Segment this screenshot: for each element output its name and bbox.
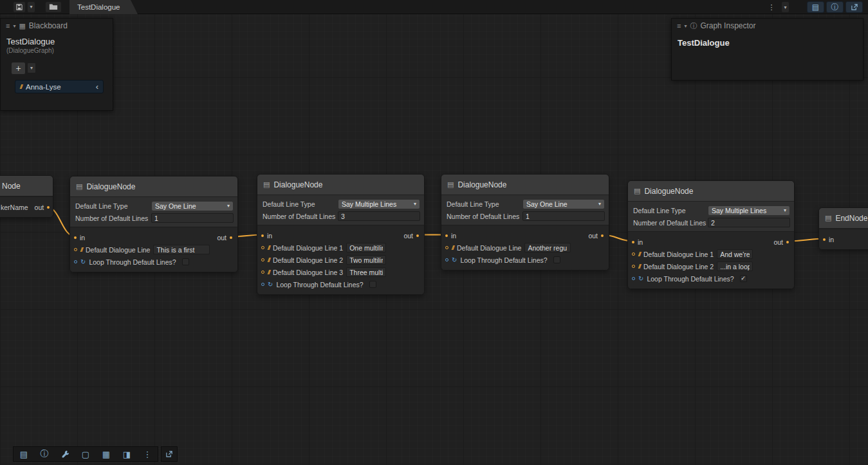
collapse-triangle-icon[interactable]: ▾	[13, 23, 15, 29]
loop-port[interactable]	[261, 283, 264, 286]
line-port[interactable]	[261, 258, 264, 261]
node-title-label: Node	[2, 182, 21, 191]
loop-row: ↻ Loop Through Default Lines? ✓	[628, 272, 794, 285]
hamburger-icon[interactable]: ≡	[677, 22, 681, 30]
more-dropdown-button[interactable]: ▾	[781, 1, 790, 13]
loop-checkbox-checked[interactable]: ✓	[740, 275, 747, 282]
hamburger-icon[interactable]: ≡	[6, 22, 10, 30]
node-title[interactable]: ▤ DialogueNode	[441, 175, 609, 195]
graph-tab-title: TestDialogue	[77, 3, 120, 11]
field-row: Number of Default Lines	[441, 210, 609, 222]
line-label: Default Dialogue Line 1	[643, 251, 714, 258]
open-asset-button[interactable]	[45, 1, 62, 13]
num-lines-input[interactable]	[151, 213, 234, 223]
save-button[interactable]	[13, 1, 26, 13]
chevron-down-icon: ▾	[227, 203, 230, 209]
toggle-blackboard-button[interactable]: ▤	[807, 1, 824, 13]
line-row: // Default Dialogue Line 2	[257, 254, 424, 266]
line-input[interactable]	[346, 267, 386, 277]
node-title[interactable]: ▤ DialogueNode	[628, 181, 794, 202]
line-type-dropdown[interactable]: Say Multiple Lines ▾	[708, 205, 790, 216]
num-lines-input[interactable]	[522, 211, 605, 221]
window-tool-button[interactable]: ▢	[75, 447, 96, 461]
line-label: Default Dialogue Line 3	[273, 269, 343, 276]
loop-row: ↻ Loop Through Default Lines?	[257, 278, 424, 290]
node-title[interactable]: Node	[0, 176, 53, 196]
line-type-dropdown[interactable]: Say One Line ▾	[151, 201, 234, 211]
dialogue-node-4[interactable]: ▤ DialogueNode Default Line Type Say Mul…	[627, 180, 795, 289]
in-port[interactable]	[445, 234, 448, 237]
more-button[interactable]: ⋮	[765, 1, 778, 13]
node-title[interactable]: ▤ EndNode	[819, 208, 868, 229]
line-input[interactable]	[346, 255, 386, 265]
line-port[interactable]	[632, 265, 635, 268]
line-port[interactable]	[261, 270, 264, 274]
line-type-dropdown[interactable]: Say Multiple Lines ▾	[338, 199, 420, 209]
loop-port[interactable]	[74, 260, 77, 263]
more-tools-button[interactable]: ⋮	[137, 447, 158, 461]
dialogue-node-1[interactable]: ▤ DialogueNode Default Line Type Say One…	[69, 176, 238, 272]
save-dropdown-button[interactable]: ▾	[27, 1, 35, 13]
loop-checkbox[interactable]	[369, 281, 376, 288]
line-port[interactable]	[261, 246, 264, 249]
blackboard-header[interactable]: ≡ ▾ ▦ Blackboard	[1, 19, 113, 33]
graph-inspector-header[interactable]: ≡ ▾ ⓘ Graph Inspector	[672, 19, 863, 33]
dialogue-node-icon: ▤	[76, 182, 82, 191]
line-input[interactable]	[524, 243, 571, 252]
loop-port[interactable]	[445, 258, 448, 261]
quote-icon: //	[638, 263, 640, 270]
dialogue-node-3[interactable]: ▤ DialogueNode Default Line Type Say One…	[441, 174, 609, 270]
loop-checkbox[interactable]	[553, 256, 560, 263]
dock-tool-button[interactable]: ◨	[116, 447, 137, 461]
out-port[interactable]	[47, 206, 50, 209]
speaker-node-partial[interactable]: Node kerName out	[0, 175, 53, 218]
dialogue-node-2[interactable]: ▤ DialogueNode Default Line Type Say Mul…	[257, 174, 425, 295]
out-port[interactable]	[601, 234, 604, 237]
node-title[interactable]: ▤ DialogueNode	[70, 176, 237, 197]
add-property-dropdown[interactable]: ▾	[27, 62, 36, 73]
line-input[interactable]	[153, 245, 210, 254]
out-port[interactable]	[416, 234, 419, 237]
blackboard-property-row[interactable]: // Anna-Lyse ‹	[15, 80, 104, 93]
in-port-label: in	[80, 234, 85, 242]
in-port[interactable]	[261, 234, 264, 237]
inspector-tool-button[interactable]: ⓘ	[34, 447, 55, 461]
popout-window-button[interactable]	[161, 446, 178, 462]
num-lines-input[interactable]	[338, 211, 420, 221]
in-port[interactable]	[74, 236, 77, 239]
in-port[interactable]	[823, 238, 826, 241]
collapse-triangle-icon[interactable]: ▾	[684, 23, 687, 29]
in-port[interactable]	[632, 241, 634, 243]
line-port[interactable]	[632, 252, 635, 256]
line-type-dropdown[interactable]: Say One Line ▾	[522, 199, 605, 209]
end-node[interactable]: ▤ EndNode in	[818, 207, 868, 250]
line-input[interactable]	[346, 243, 386, 252]
blackboard-tool-button[interactable]: ▤	[14, 447, 34, 461]
quote-icon: //	[268, 257, 270, 263]
add-property-button[interactable]: +	[11, 62, 26, 75]
line-input[interactable]	[717, 249, 753, 259]
toggle-preview-button[interactable]	[845, 1, 863, 13]
num-lines-input[interactable]	[708, 218, 790, 227]
out-port[interactable]	[230, 236, 232, 239]
toggle-inspector-button[interactable]: ⓘ	[826, 1, 844, 13]
graph-inspector-title: Graph Inspector	[700, 21, 755, 30]
loop-port[interactable]	[632, 277, 635, 280]
line-input[interactable]	[717, 261, 753, 271]
line-row: // Default Dialogue Line	[70, 243, 237, 256]
property-name: Anna-Lyse	[26, 83, 92, 91]
line-label: Default Dialogue Line 2	[273, 256, 343, 264]
graph-tab[interactable]: TestDialogue	[69, 0, 138, 14]
line-port[interactable]	[74, 248, 77, 251]
panels-tool-button[interactable]: ▦	[96, 447, 116, 461]
loop-checkbox[interactable]	[182, 258, 189, 265]
out-port[interactable]	[786, 241, 789, 243]
node-title[interactable]: ▤ DialogueNode	[257, 175, 424, 195]
tools-button[interactable]	[55, 447, 75, 461]
out-port-row: out	[217, 231, 237, 243]
line-label: Default Dialogue Line	[457, 244, 521, 252]
wrench-icon	[61, 450, 69, 459]
collapse-chevron-icon[interactable]: ‹	[96, 82, 98, 91]
node-title-label: DialogueNode	[86, 182, 135, 191]
line-port[interactable]	[445, 246, 448, 249]
